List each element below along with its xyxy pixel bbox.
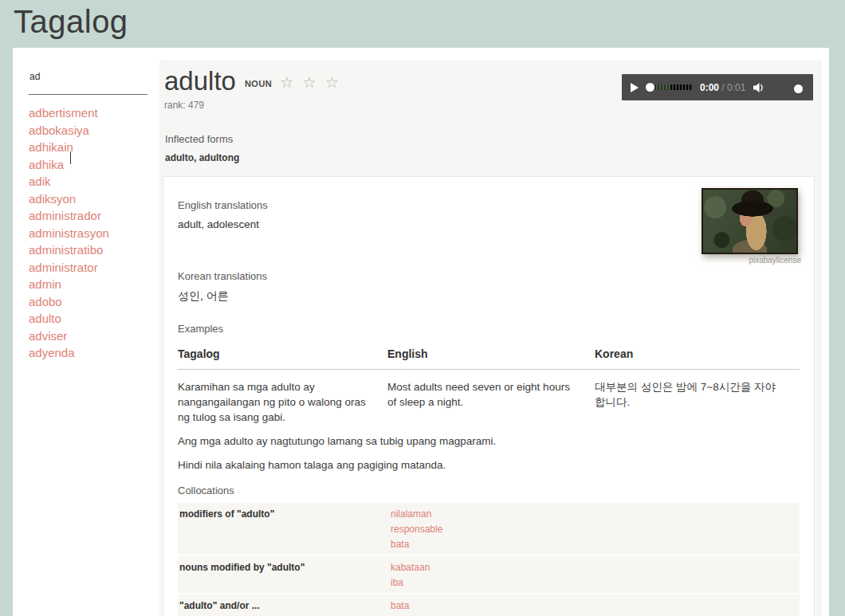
examples-col-korean: Korean [595, 347, 800, 360]
entry-figure: pixabaylicense [702, 188, 801, 265]
sidebar: adbertisment adbokasiya adhikain adhika … [13, 48, 159, 616]
page-title: Tagalog [14, 0, 845, 43]
collocation-group: modifiers of "adulto" nilalaman responsa… [178, 503, 800, 556]
collocation-link[interactable]: bata [391, 537, 800, 552]
korean-translations-section: Korean translations 성인, 어른 [178, 270, 800, 304]
audio-progress-bar[interactable] [646, 83, 693, 92]
example-english: Most adults need seven or eight hours of… [387, 379, 595, 425]
examples-label: Examples [178, 323, 800, 335]
collocations-table: modifiers of "adulto" nilalaman responsa… [178, 503, 800, 616]
word-list-item[interactable]: adiksyon [29, 190, 159, 208]
collocation-links: kabataan iba [391, 560, 800, 590]
star-rating[interactable]: ☆ ☆ ☆ [280, 73, 341, 92]
word-list: adbertisment adbokasiya adhikain adhika … [29, 104, 159, 362]
example-tagalog: Hindi nila akalaing hamon talaga ang pag… [178, 459, 446, 471]
inflected-forms-section: Inflected forms adulto, adultong [165, 133, 822, 163]
collocation-link[interactable]: kabataan [391, 560, 800, 575]
collocation-group: "adulto" and/or ... bata [178, 594, 800, 616]
word-list-item[interactable]: adhikain [29, 139, 159, 156]
example-row: Ang mga adulto ay nagtutungo lamang sa t… [178, 434, 800, 449]
audio-duration: 0:01 [727, 82, 745, 93]
rank-label: rank: 479 [164, 100, 822, 111]
collocation-group: nouns modified by "adulto" kabataan iba [178, 556, 800, 594]
volume-thumb[interactable] [794, 84, 803, 93]
photo-caption[interactable]: pixabaylicense [702, 256, 801, 265]
word-list-item[interactable]: adobo [29, 293, 159, 311]
inflected-forms-value: adulto, adultong [165, 152, 822, 163]
collocation-group-label: "adulto" and/or ... [179, 598, 391, 614]
collocation-links: bata [391, 598, 800, 614]
collocation-links: nilalaman responsable bata [391, 507, 800, 552]
word-list-item[interactable]: admin [29, 276, 159, 293]
word-list-item[interactable]: administrador [29, 207, 159, 225]
entry-content: adulto NOUN ☆ ☆ ☆ rank: 479 0:00 / 0:01 [159, 61, 822, 616]
collocation-link[interactable]: iba [391, 575, 800, 590]
entry-card: pixabaylicense English translations adul… [163, 176, 815, 616]
inflected-forms-label: Inflected forms [165, 133, 822, 145]
examples-col-tagalog: Tagalog [178, 347, 387, 360]
collocation-link[interactable]: responsable [391, 522, 800, 537]
audio-time: 0:00 / 0:01 [700, 82, 745, 93]
word-list-item[interactable]: administratibo [29, 241, 159, 259]
example-row: Karamihan sa mga adulto ay nangangailang… [178, 370, 800, 425]
search-input[interactable] [29, 71, 147, 95]
word-list-item[interactable]: adbertisment [29, 104, 159, 122]
word-list-item[interactable]: adik [29, 173, 159, 190]
collocation-link[interactable]: nilalaman [391, 507, 800, 522]
example-korean: 대부분의 성인은 밤에 7~8시간을 자야 합니다. [595, 379, 800, 425]
word-list-item[interactable]: adhika [29, 156, 159, 174]
word-list-item[interactable]: administrator [29, 259, 159, 277]
collocation-link[interactable]: bata [391, 598, 800, 614]
progress-track-played [653, 84, 670, 90]
korean-translations-value: 성인, 어른 [178, 289, 800, 304]
word-list-item[interactable]: administrasyon [29, 225, 159, 242]
progress-track-remaining [670, 84, 693, 90]
site-header: Tagalog [0, 0, 845, 48]
word-list-item[interactable]: adbokasiya [29, 122, 159, 139]
collocation-group-label: nouns modified by "adulto" [179, 560, 391, 590]
speaker-icon[interactable] [753, 82, 766, 93]
examples-col-english: English [387, 347, 595, 360]
main-panel: adbertisment adbokasiya adhikain adhika … [13, 48, 829, 616]
word-list-item[interactable]: adyenda [29, 344, 159, 362]
entry-photo [702, 188, 798, 254]
collocations-label: Collocations [178, 485, 800, 496]
audio-separator: / [719, 82, 727, 93]
text-cursor [70, 151, 71, 164]
word-list-item-adulto[interactable]: adulto [29, 310, 159, 328]
example-tagalog: Ang mga adulto ay nagtutungo lamang sa t… [178, 435, 496, 447]
example-tagalog: Karamihan sa mga adulto ay nangangailang… [178, 379, 387, 425]
word-list-item[interactable]: adviser [29, 328, 159, 345]
audio-current-time: 0:00 [700, 82, 719, 93]
audio-player: 0:00 / 0:01 [622, 74, 813, 100]
collocation-group-label: modifiers of "adulto" [179, 507, 391, 552]
headword: adulto [164, 65, 236, 97]
korean-translations-label: Korean translations [178, 270, 800, 282]
example-row: Hindi nila akalaing hamon talaga ang pag… [178, 457, 800, 473]
play-icon[interactable] [631, 83, 639, 92]
examples-header-row: Tagalog English Korean [178, 347, 800, 370]
part-of-speech-badge: NOUN [245, 79, 272, 88]
progress-thumb[interactable] [646, 83, 654, 92]
